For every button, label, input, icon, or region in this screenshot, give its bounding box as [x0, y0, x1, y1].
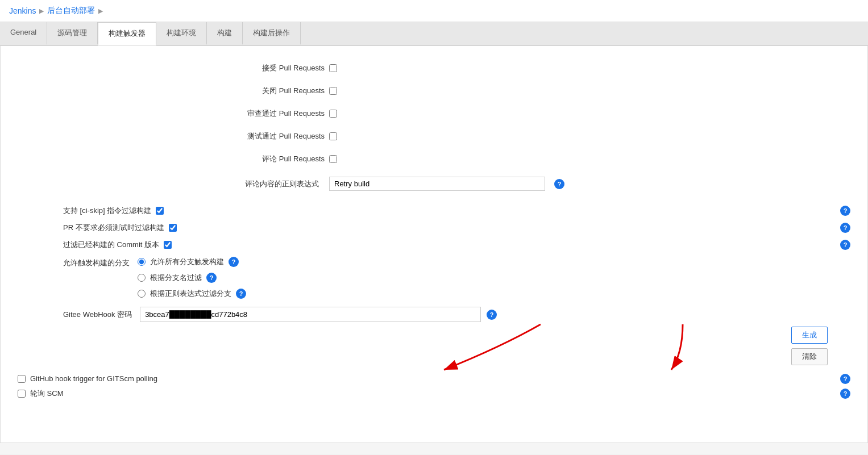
tab-trigger[interactable]: 构建触发器: [98, 22, 156, 45]
tabs-bar: General 源码管理 构建触发器 构建环境 构建 构建后操作: [0, 22, 868, 45]
breadcrumb-project[interactable]: 后台自动部署: [47, 6, 95, 16]
webhook-label: Gitee WebHook 密码: [63, 310, 132, 319]
webhook-input[interactable]: [140, 307, 481, 322]
accept-pr-checkbox[interactable]: [329, 64, 337, 72]
pr-no-test-label: PR 不要求必须测试时过滤构建: [63, 223, 164, 233]
breadcrumb-home[interactable]: Jenkins: [9, 6, 36, 15]
test-pr-label: 测试通过 Pull Requests: [234, 131, 325, 141]
comment-pr-label: 评论 Pull Requests: [234, 154, 325, 164]
accept-pr-row: 接受 Pull Requests: [18, 63, 850, 73]
comment-regex-label: 评论内容的正则表达式: [234, 179, 325, 189]
pr-no-test-help-icon[interactable]: ?: [840, 223, 850, 233]
review-pr-checkbox[interactable]: [329, 110, 337, 118]
ci-skip-row: 支持 [ci-skip] 指令过滤构建 ?: [18, 206, 850, 216]
pr-no-test-checkbox[interactable]: [169, 224, 177, 232]
allow-branches-row: 允许触发构建的分支 允许所有分支触发构建 ? 根据分支名过滤 ?: [18, 257, 850, 299]
tab-env[interactable]: 构建环境: [156, 22, 207, 45]
tab-post[interactable]: 构建后操作: [243, 22, 301, 45]
branch-all-label: 允许所有分支触发构建: [150, 257, 224, 267]
breadcrumb-sep1: ▶: [39, 7, 44, 15]
github-trigger-help-icon[interactable]: ?: [840, 374, 850, 384]
filter-committed-checkbox[interactable]: [164, 241, 172, 249]
allow-branches-options: 允许所有分支触发构建 ? 根据分支名过滤 ? 根据正则表达式过滤分支 ?: [138, 257, 246, 299]
generate-button[interactable]: 生成: [791, 327, 828, 344]
allow-branches-label: 允许触发构建的分支: [63, 258, 130, 267]
poll-scm-checkbox[interactable]: [18, 390, 26, 398]
comment-regex-row: 评论内容的正则表达式 ?: [18, 177, 850, 191]
branch-regex-radio[interactable]: [138, 290, 146, 298]
filter-committed-label: 过滤已经构建的 Commit 版本: [63, 240, 159, 250]
branch-all-radio[interactable]: [138, 258, 146, 266]
webhook-buttons: 生成 清除: [18, 327, 850, 365]
branch-regex-help-icon[interactable]: ?: [236, 289, 246, 299]
tab-source[interactable]: 源码管理: [47, 22, 98, 45]
filter-committed-row: 过滤已经构建的 Commit 版本 ?: [18, 240, 850, 250]
ci-skip-label: 支持 [ci-skip] 指令过滤构建: [63, 206, 151, 216]
branch-all-help-icon[interactable]: ?: [229, 257, 239, 267]
close-pr-checkbox[interactable]: [329, 87, 337, 95]
branch-regex-row: 根据正则表达式过滤分支 ?: [138, 289, 246, 299]
branch-regex-label: 根据正则表达式过滤分支: [150, 289, 231, 299]
branch-all-row: 允许所有分支触发构建 ?: [138, 257, 246, 267]
review-pr-label: 审查通过 Pull Requests: [234, 108, 325, 119]
poll-scm-label: 轮询 SCM: [30, 389, 64, 399]
github-trigger-row: GitHub hook trigger for GITScm polling ?: [18, 374, 850, 383]
main-content: General 源码管理 构建触发器 构建环境 构建 构建后操作 接受 Pull…: [0, 22, 868, 454]
branch-name-row: 根据分支名过滤 ?: [138, 273, 246, 283]
clear-button[interactable]: 清除: [791, 348, 828, 365]
webhook-row: Gitee WebHook 密码 ?: [18, 307, 850, 322]
comment-pr-checkbox[interactable]: [329, 155, 337, 163]
comment-regex-input[interactable]: [329, 177, 545, 191]
breadcrumb: Jenkins ▶ 后台自动部署 ▶: [0, 0, 868, 22]
test-pr-row: 测试通过 Pull Requests: [18, 131, 850, 141]
close-pr-label: 关闭 Pull Requests: [234, 86, 325, 96]
poll-scm-help-icon[interactable]: ?: [840, 389, 850, 399]
branch-name-label: 根据分支名过滤: [150, 273, 202, 283]
ci-skip-help-icon[interactable]: ?: [840, 206, 850, 216]
branch-name-help-icon[interactable]: ?: [206, 273, 217, 283]
tab-general[interactable]: General: [0, 22, 47, 45]
pr-no-test-row: PR 不要求必须测试时过滤构建 ?: [18, 223, 850, 233]
close-pr-row: 关闭 Pull Requests: [18, 86, 850, 96]
accept-pr-label: 接受 Pull Requests: [234, 63, 325, 73]
github-trigger-checkbox[interactable]: [18, 375, 26, 383]
filter-committed-help-icon[interactable]: ?: [840, 240, 850, 250]
ci-skip-checkbox[interactable]: [156, 207, 164, 215]
review-pr-row: 审查通过 Pull Requests: [18, 108, 850, 119]
poll-scm-row: 轮询 SCM ?: [18, 389, 850, 399]
tab-build[interactable]: 构建: [207, 22, 243, 45]
comment-pr-row: 评论 Pull Requests: [18, 154, 850, 164]
comment-regex-help-icon[interactable]: ?: [554, 179, 564, 189]
webhook-help-icon[interactable]: ?: [487, 310, 497, 320]
test-pr-checkbox[interactable]: [329, 132, 337, 140]
form-area: 接受 Pull Requests 关闭 Pull Requests 审查通过 P…: [0, 45, 868, 443]
github-trigger-label: GitHub hook trigger for GITScm polling: [30, 374, 157, 383]
branch-name-radio[interactable]: [138, 274, 146, 282]
breadcrumb-sep2: ▶: [98, 7, 103, 15]
